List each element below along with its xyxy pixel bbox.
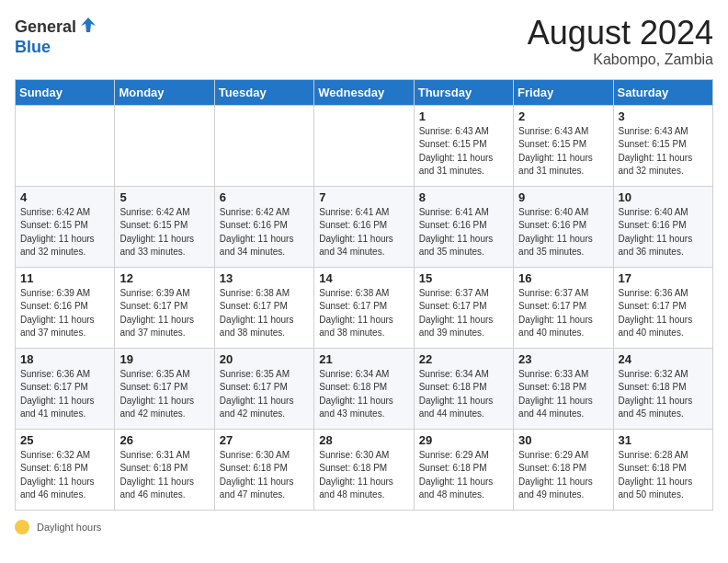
day-detail: Sunrise: 6:39 AM Sunset: 6:16 PM Dayligh…: [20, 287, 109, 340]
day-detail: Sunrise: 6:38 AM Sunset: 6:17 PM Dayligh…: [319, 287, 408, 340]
day-number: 5: [119, 190, 209, 204]
calendar-cell: 16Sunrise: 6:37 AM Sunset: 6:17 PM Dayli…: [514, 267, 613, 348]
day-detail: Sunrise: 6:43 AM Sunset: 6:15 PM Dayligh…: [619, 125, 708, 178]
day-detail: Sunrise: 6:36 AM Sunset: 6:17 PM Dayligh…: [619, 287, 708, 340]
day-number: 12: [119, 271, 209, 285]
calendar-cell: 20Sunrise: 6:35 AM Sunset: 6:17 PM Dayli…: [214, 348, 313, 429]
calendar-cell: 12Sunrise: 6:39 AM Sunset: 6:17 PM Dayli…: [115, 267, 214, 348]
calendar-cell: 3Sunrise: 6:43 AM Sunset: 6:15 PM Daylig…: [613, 105, 712, 186]
calendar-cell: 29Sunrise: 6:29 AM Sunset: 6:18 PM Dayli…: [414, 429, 513, 510]
calendar-cell: 5Sunrise: 6:42 AM Sunset: 6:15 PM Daylig…: [115, 186, 214, 267]
calendar-cell: 17Sunrise: 6:36 AM Sunset: 6:17 PM Dayli…: [613, 267, 712, 348]
calendar-table: SundayMondayTuesdayWednesdayThursdayFrid…: [15, 79, 713, 511]
calendar-cell: [115, 105, 214, 186]
day-detail: Sunrise: 6:42 AM Sunset: 6:15 PM Dayligh…: [20, 206, 109, 259]
daylight-label: Daylight hours: [37, 522, 101, 533]
logo-bird-icon: [78, 15, 98, 39]
day-detail: Sunrise: 6:31 AM Sunset: 6:18 PM Dayligh…: [119, 449, 209, 502]
day-detail: Sunrise: 6:33 AM Sunset: 6:18 PM Dayligh…: [518, 368, 608, 421]
day-detail: Sunrise: 6:40 AM Sunset: 6:16 PM Dayligh…: [619, 206, 708, 259]
day-number: 9: [518, 190, 608, 204]
day-number: 13: [220, 271, 309, 285]
day-detail: Sunrise: 6:28 AM Sunset: 6:18 PM Dayligh…: [619, 449, 708, 502]
day-number: 14: [319, 271, 408, 285]
day-detail: Sunrise: 6:35 AM Sunset: 6:17 PM Dayligh…: [220, 368, 309, 421]
calendar-week-row: 11Sunrise: 6:39 AM Sunset: 6:16 PM Dayli…: [16, 267, 713, 348]
day-number: 24: [619, 352, 708, 366]
day-detail: Sunrise: 6:34 AM Sunset: 6:18 PM Dayligh…: [319, 368, 408, 421]
day-number: 8: [419, 190, 508, 204]
day-detail: Sunrise: 6:29 AM Sunset: 6:18 PM Dayligh…: [419, 449, 508, 502]
day-number: 18: [20, 352, 109, 366]
day-number: 26: [119, 433, 209, 447]
col-header-monday: Monday: [115, 79, 214, 105]
day-number: 31: [619, 433, 708, 447]
day-detail: Sunrise: 6:42 AM Sunset: 6:16 PM Dayligh…: [220, 206, 309, 259]
calendar-cell: 24Sunrise: 6:32 AM Sunset: 6:18 PM Dayli…: [613, 348, 712, 429]
calendar-cell: 15Sunrise: 6:37 AM Sunset: 6:17 PM Dayli…: [414, 267, 513, 348]
calendar-cell: 1Sunrise: 6:43 AM Sunset: 6:15 PM Daylig…: [414, 105, 513, 186]
day-detail: Sunrise: 6:36 AM Sunset: 6:17 PM Dayligh…: [20, 368, 109, 421]
day-detail: Sunrise: 6:35 AM Sunset: 6:17 PM Dayligh…: [119, 368, 209, 421]
calendar-cell: 13Sunrise: 6:38 AM Sunset: 6:17 PM Dayli…: [214, 267, 313, 348]
calendar-cell: 11Sunrise: 6:39 AM Sunset: 6:16 PM Dayli…: [16, 267, 115, 348]
calendar-header-row: SundayMondayTuesdayWednesdayThursdayFrid…: [16, 79, 713, 105]
calendar-cell: 30Sunrise: 6:29 AM Sunset: 6:18 PM Dayli…: [514, 429, 613, 510]
day-number: 10: [619, 190, 708, 204]
title-block: August 2024 Kabompo, Zambia: [528, 15, 713, 68]
day-detail: Sunrise: 6:41 AM Sunset: 6:16 PM Dayligh…: [319, 206, 408, 259]
svg-marker-0: [81, 17, 96, 32]
day-number: 3: [619, 109, 708, 123]
calendar-cell: 27Sunrise: 6:30 AM Sunset: 6:18 PM Dayli…: [214, 429, 313, 510]
col-header-friday: Friday: [514, 79, 613, 105]
day-number: 22: [419, 352, 508, 366]
col-header-wednesday: Wednesday: [314, 79, 414, 105]
calendar-cell: 4Sunrise: 6:42 AM Sunset: 6:15 PM Daylig…: [16, 186, 115, 267]
day-number: 7: [319, 190, 408, 204]
footer-legend: Daylight hours: [15, 520, 713, 534]
day-number: 16: [518, 271, 608, 285]
calendar-cell: 2Sunrise: 6:43 AM Sunset: 6:15 PM Daylig…: [514, 105, 613, 186]
day-detail: Sunrise: 6:32 AM Sunset: 6:18 PM Dayligh…: [20, 449, 109, 502]
logo: General Blue: [15, 15, 98, 56]
calendar-cell: 22Sunrise: 6:34 AM Sunset: 6:18 PM Dayli…: [414, 348, 513, 429]
col-header-tuesday: Tuesday: [214, 79, 313, 105]
calendar-cell: 14Sunrise: 6:38 AM Sunset: 6:17 PM Dayli…: [314, 267, 414, 348]
calendar-week-row: 4Sunrise: 6:42 AM Sunset: 6:15 PM Daylig…: [16, 186, 713, 267]
calendar-cell: 9Sunrise: 6:40 AM Sunset: 6:16 PM Daylig…: [514, 186, 613, 267]
calendar-week-row: 18Sunrise: 6:36 AM Sunset: 6:17 PM Dayli…: [16, 348, 713, 429]
calendar-cell: 28Sunrise: 6:30 AM Sunset: 6:18 PM Dayli…: [314, 429, 414, 510]
calendar-cell: 21Sunrise: 6:34 AM Sunset: 6:18 PM Dayli…: [314, 348, 414, 429]
calendar-cell: 31Sunrise: 6:28 AM Sunset: 6:18 PM Dayli…: [613, 429, 712, 510]
day-number: 19: [119, 352, 209, 366]
day-detail: Sunrise: 6:37 AM Sunset: 6:17 PM Dayligh…: [518, 287, 608, 340]
day-number: 17: [619, 271, 708, 285]
day-number: 11: [20, 271, 109, 285]
calendar-week-row: 25Sunrise: 6:32 AM Sunset: 6:18 PM Dayli…: [16, 429, 713, 510]
day-number: 1: [419, 109, 508, 123]
day-detail: Sunrise: 6:43 AM Sunset: 6:15 PM Dayligh…: [419, 125, 508, 178]
day-detail: Sunrise: 6:34 AM Sunset: 6:18 PM Dayligh…: [419, 368, 508, 421]
day-number: 6: [220, 190, 309, 204]
day-detail: Sunrise: 6:32 AM Sunset: 6:18 PM Dayligh…: [619, 368, 708, 421]
calendar-cell: 19Sunrise: 6:35 AM Sunset: 6:17 PM Dayli…: [115, 348, 214, 429]
legend-sun-icon: [15, 520, 29, 534]
day-number: 30: [518, 433, 608, 447]
col-header-thursday: Thursday: [414, 79, 513, 105]
month-year-title: August 2024: [528, 15, 713, 52]
day-detail: Sunrise: 6:29 AM Sunset: 6:18 PM Dayligh…: [518, 449, 608, 502]
day-detail: Sunrise: 6:38 AM Sunset: 6:17 PM Dayligh…: [220, 287, 309, 340]
col-header-saturday: Saturday: [613, 79, 712, 105]
calendar-cell: 23Sunrise: 6:33 AM Sunset: 6:18 PM Dayli…: [514, 348, 613, 429]
day-number: 29: [419, 433, 508, 447]
logo-general: General: [15, 18, 76, 35]
day-number: 21: [319, 352, 408, 366]
calendar-cell: 7Sunrise: 6:41 AM Sunset: 6:16 PM Daylig…: [314, 186, 414, 267]
day-detail: Sunrise: 6:39 AM Sunset: 6:17 PM Dayligh…: [119, 287, 209, 340]
calendar-cell: [16, 105, 115, 186]
day-number: 28: [319, 433, 408, 447]
day-detail: Sunrise: 6:41 AM Sunset: 6:16 PM Dayligh…: [419, 206, 508, 259]
col-header-sunday: Sunday: [16, 79, 115, 105]
day-detail: Sunrise: 6:30 AM Sunset: 6:18 PM Dayligh…: [319, 449, 408, 502]
calendar-cell: [214, 105, 313, 186]
